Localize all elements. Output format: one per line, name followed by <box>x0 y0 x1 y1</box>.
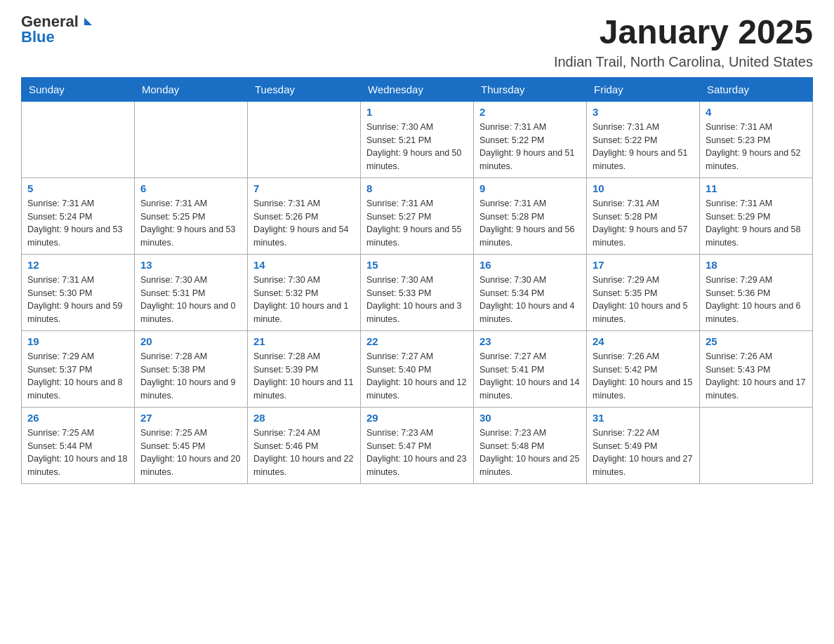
day-number: 31 <box>593 412 694 424</box>
day-number: 29 <box>366 412 468 424</box>
calendar-cell: 21Sunrise: 7:28 AMSunset: 5:39 PMDayligh… <box>248 330 361 407</box>
day-number: 22 <box>366 335 468 347</box>
day-info: Sunrise: 7:31 AMSunset: 5:28 PMDaylight:… <box>593 197 694 250</box>
day-info: Sunrise: 7:30 AMSunset: 5:33 PMDaylight:… <box>366 274 468 326</box>
calendar-cell: 27Sunrise: 7:25 AMSunset: 5:45 PMDayligh… <box>135 407 248 483</box>
calendar-cell: 30Sunrise: 7:23 AMSunset: 5:48 PMDayligh… <box>474 407 587 483</box>
day-info: Sunrise: 7:27 AMSunset: 5:40 PMDaylight:… <box>366 350 468 403</box>
day-info: Sunrise: 7:22 AMSunset: 5:49 PMDaylight:… <box>593 427 694 479</box>
day-number: 23 <box>479 335 581 347</box>
day-number: 8 <box>366 182 468 194</box>
day-number: 16 <box>479 259 581 271</box>
calendar-cell: 20Sunrise: 7:28 AMSunset: 5:38 PMDayligh… <box>135 330 248 407</box>
day-number: 18 <box>706 259 807 271</box>
day-number: 12 <box>27 259 128 271</box>
day-number: 21 <box>253 335 355 347</box>
logo-general-text: General <box>21 14 92 29</box>
calendar-cell: 15Sunrise: 7:30 AMSunset: 5:33 PMDayligh… <box>361 254 474 330</box>
day-info: Sunrise: 7:29 AMSunset: 5:37 PMDaylight:… <box>27 350 128 403</box>
logo-blue-text: Blue <box>21 29 92 45</box>
calendar-week-1: 1Sunrise: 7:30 AMSunset: 5:21 PMDaylight… <box>22 101 813 177</box>
day-info: Sunrise: 7:31 AMSunset: 5:22 PMDaylight:… <box>479 121 581 173</box>
calendar-cell: 22Sunrise: 7:27 AMSunset: 5:40 PMDayligh… <box>361 330 474 407</box>
day-info: Sunrise: 7:31 AMSunset: 5:22 PMDaylight:… <box>593 121 694 173</box>
day-number: 11 <box>706 182 807 194</box>
calendar-cell: 13Sunrise: 7:30 AMSunset: 5:31 PMDayligh… <box>135 254 248 330</box>
day-number: 30 <box>479 412 581 424</box>
calendar-table: SundayMondayTuesdayWednesdayThursdayFrid… <box>21 77 813 484</box>
calendar-cell <box>22 101 135 177</box>
calendar-cell: 17Sunrise: 7:29 AMSunset: 5:35 PMDayligh… <box>587 254 700 330</box>
day-info: Sunrise: 7:24 AMSunset: 5:46 PMDaylight:… <box>253 427 355 479</box>
header-monday: Monday <box>135 77 248 101</box>
calendar-cell: 3Sunrise: 7:31 AMSunset: 5:22 PMDaylight… <box>587 101 700 177</box>
calendar-subtitle: Indian Trail, North Carolina, United Sta… <box>554 54 813 70</box>
calendar-cell <box>248 101 361 177</box>
calendar-cell: 16Sunrise: 7:30 AMSunset: 5:34 PMDayligh… <box>474 254 587 330</box>
day-info: Sunrise: 7:27 AMSunset: 5:41 PMDaylight:… <box>479 350 581 403</box>
calendar-cell <box>700 407 813 483</box>
calendar-header-row: SundayMondayTuesdayWednesdayThursdayFrid… <box>22 77 813 101</box>
calendar-cell: 12Sunrise: 7:31 AMSunset: 5:30 PMDayligh… <box>22 254 135 330</box>
day-info: Sunrise: 7:29 AMSunset: 5:35 PMDaylight:… <box>593 274 694 326</box>
day-info: Sunrise: 7:31 AMSunset: 5:27 PMDaylight:… <box>366 197 468 250</box>
day-info: Sunrise: 7:31 AMSunset: 5:29 PMDaylight:… <box>706 197 807 250</box>
day-number: 3 <box>593 106 694 118</box>
day-info: Sunrise: 7:31 AMSunset: 5:26 PMDaylight:… <box>253 197 355 250</box>
day-number: 2 <box>479 106 581 118</box>
day-info: Sunrise: 7:26 AMSunset: 5:43 PMDaylight:… <box>706 350 807 403</box>
calendar-cell <box>135 101 248 177</box>
calendar-week-3: 12Sunrise: 7:31 AMSunset: 5:30 PMDayligh… <box>22 254 813 330</box>
calendar-cell: 31Sunrise: 7:22 AMSunset: 5:49 PMDayligh… <box>587 407 700 483</box>
day-info: Sunrise: 7:30 AMSunset: 5:31 PMDaylight:… <box>140 274 241 326</box>
day-info: Sunrise: 7:30 AMSunset: 5:32 PMDaylight:… <box>253 274 355 326</box>
calendar-cell: 6Sunrise: 7:31 AMSunset: 5:25 PMDaylight… <box>135 177 248 254</box>
calendar-cell: 4Sunrise: 7:31 AMSunset: 5:23 PMDaylight… <box>700 101 813 177</box>
calendar-cell: 24Sunrise: 7:26 AMSunset: 5:42 PMDayligh… <box>587 330 700 407</box>
day-number: 14 <box>253 259 355 271</box>
day-info: Sunrise: 7:23 AMSunset: 5:47 PMDaylight:… <box>366 427 468 479</box>
calendar-cell: 25Sunrise: 7:26 AMSunset: 5:43 PMDayligh… <box>700 330 813 407</box>
calendar-cell: 2Sunrise: 7:31 AMSunset: 5:22 PMDaylight… <box>474 101 587 177</box>
day-info: Sunrise: 7:25 AMSunset: 5:45 PMDaylight:… <box>140 427 241 479</box>
day-number: 20 <box>140 335 241 347</box>
calendar-cell: 19Sunrise: 7:29 AMSunset: 5:37 PMDayligh… <box>22 330 135 407</box>
day-number: 19 <box>27 335 128 347</box>
day-number: 27 <box>140 412 241 424</box>
day-number: 1 <box>366 106 468 118</box>
day-info: Sunrise: 7:30 AMSunset: 5:34 PMDaylight:… <box>479 274 581 326</box>
calendar-cell: 7Sunrise: 7:31 AMSunset: 5:26 PMDaylight… <box>248 177 361 254</box>
day-info: Sunrise: 7:31 AMSunset: 5:25 PMDaylight:… <box>140 197 241 250</box>
calendar-cell: 23Sunrise: 7:27 AMSunset: 5:41 PMDayligh… <box>474 330 587 407</box>
day-number: 26 <box>27 412 128 424</box>
calendar-cell: 1Sunrise: 7:30 AMSunset: 5:21 PMDaylight… <box>361 101 474 177</box>
day-info: Sunrise: 7:25 AMSunset: 5:44 PMDaylight:… <box>27 427 128 479</box>
day-info: Sunrise: 7:31 AMSunset: 5:23 PMDaylight:… <box>706 121 807 173</box>
calendar-cell: 26Sunrise: 7:25 AMSunset: 5:44 PMDayligh… <box>22 407 135 483</box>
header-wednesday: Wednesday <box>361 77 474 101</box>
day-number: 10 <box>593 182 694 194</box>
day-info: Sunrise: 7:26 AMSunset: 5:42 PMDaylight:… <box>593 350 694 403</box>
day-info: Sunrise: 7:31 AMSunset: 5:28 PMDaylight:… <box>479 197 581 250</box>
calendar-cell: 14Sunrise: 7:30 AMSunset: 5:32 PMDayligh… <box>248 254 361 330</box>
day-number: 9 <box>479 182 581 194</box>
calendar-title: January 2025 <box>554 14 813 51</box>
day-number: 24 <box>593 335 694 347</box>
header-thursday: Thursday <box>474 77 587 101</box>
logo: General Blue <box>21 14 92 45</box>
calendar-cell: 11Sunrise: 7:31 AMSunset: 5:29 PMDayligh… <box>700 177 813 254</box>
day-number: 17 <box>593 259 694 271</box>
calendar-cell: 28Sunrise: 7:24 AMSunset: 5:46 PMDayligh… <box>248 407 361 483</box>
day-info: Sunrise: 7:31 AMSunset: 5:30 PMDaylight:… <box>27 274 128 326</box>
page-header: General Blue January 2025 Indian Trail, … <box>21 14 813 70</box>
day-info: Sunrise: 7:31 AMSunset: 5:24 PMDaylight:… <box>27 197 128 250</box>
day-info: Sunrise: 7:28 AMSunset: 5:39 PMDaylight:… <box>253 350 355 403</box>
calendar-cell: 5Sunrise: 7:31 AMSunset: 5:24 PMDaylight… <box>22 177 135 254</box>
title-block: January 2025 Indian Trail, North Carolin… <box>554 14 813 70</box>
calendar-week-5: 26Sunrise: 7:25 AMSunset: 5:44 PMDayligh… <box>22 407 813 483</box>
calendar-cell: 9Sunrise: 7:31 AMSunset: 5:28 PMDaylight… <box>474 177 587 254</box>
day-info: Sunrise: 7:30 AMSunset: 5:21 PMDaylight:… <box>366 121 468 173</box>
day-number: 28 <box>253 412 355 424</box>
calendar-week-4: 19Sunrise: 7:29 AMSunset: 5:37 PMDayligh… <box>22 330 813 407</box>
header-friday: Friday <box>587 77 700 101</box>
